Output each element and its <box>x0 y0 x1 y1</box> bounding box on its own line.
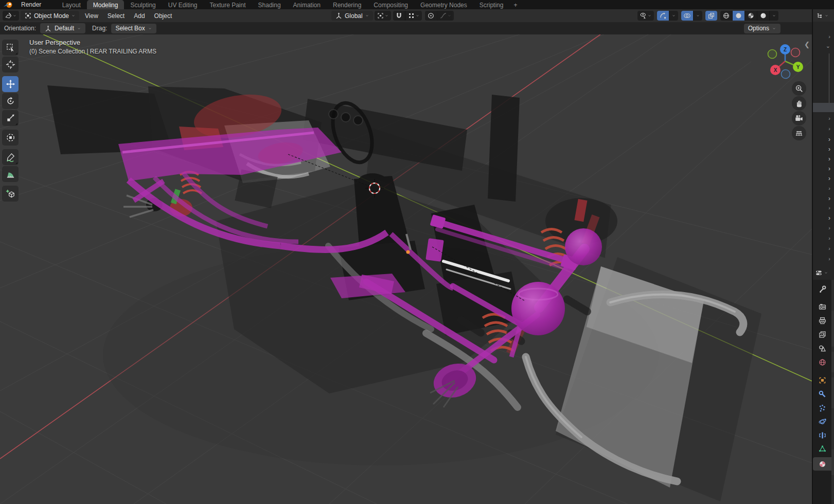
object-origin-dot <box>406 250 410 254</box>
render-icon <box>818 302 827 311</box>
tab-sculpting[interactable]: Sculpting <box>124 0 162 9</box>
tab-geometry-nodes[interactable]: Geometry Nodes <box>414 0 473 9</box>
overlays-dropdown[interactable] <box>693 11 702 21</box>
gizmo-dropdown[interactable] <box>669 11 678 21</box>
shading-solid-button[interactable] <box>732 11 744 21</box>
properties-tab-particles[interactable] <box>813 401 831 415</box>
tab-animation[interactable]: Animation <box>287 0 327 9</box>
topbar: FileEditRenderWindowHelp LayoutModelingS… <box>0 0 834 9</box>
axis-neg-y-ball[interactable] <box>768 50 777 59</box>
outliner-chevron-right[interactable]: › <box>813 194 834 203</box>
navigation-axis-gizmo[interactable]: Z Y X <box>761 38 811 81</box>
mode-dropdown[interactable]: Object Mode <box>21 11 79 21</box>
properties-tab-render[interactable] <box>813 300 831 313</box>
outliner-chevron-right[interactable]: › <box>813 184 834 192</box>
tab-uv-editing[interactable]: UV Editing <box>162 0 204 9</box>
outliner-chevron-right[interactable]: › <box>813 203 834 212</box>
orientation-label: Orientation: <box>4 25 36 32</box>
axis-neg-x-ball[interactable] <box>791 48 800 57</box>
camera-view-button[interactable] <box>792 111 806 125</box>
shading-material-button[interactable] <box>744 11 757 21</box>
tool-measure[interactable] <box>2 166 19 182</box>
tool-add-cube[interactable] <box>2 186 19 202</box>
show-gizmo-toggle[interactable] <box>657 11 669 21</box>
tab-modeling[interactable]: Modeling <box>87 0 125 9</box>
outliner-chevron-down[interactable]: ⌄ <box>813 42 834 50</box>
properties-tab-object-data[interactable] <box>813 442 831 455</box>
outliner-selected-row[interactable] <box>813 103 834 112</box>
outliner-chevron-right[interactable]: › <box>813 244 834 253</box>
editor-type-button[interactable] <box>3 11 19 21</box>
viewport-menu-view[interactable]: View <box>80 12 103 20</box>
properties-tab-modifiers[interactable] <box>813 387 831 401</box>
viewport-menu-select[interactable]: Select <box>103 12 129 20</box>
drag-dropdown[interactable]: Select Box <box>111 24 156 33</box>
xray-toggle[interactable] <box>705 11 717 21</box>
properties-tab-scene[interactable] <box>813 341 831 355</box>
axis-z-ball[interactable]: Z <box>780 44 790 55</box>
transform-orientation-dropdown[interactable]: Global <box>331 11 373 21</box>
outliner-chevron-right[interactable]: › <box>813 174 834 183</box>
tab-layout[interactable]: Layout <box>56 0 87 9</box>
tab-shading[interactable]: Shading <box>252 0 287 9</box>
properties-tab-material[interactable] <box>813 457 831 471</box>
outliner-chevron-right[interactable]: › <box>813 254 834 263</box>
properties-editor-type-button[interactable] <box>813 265 834 280</box>
viewport-scene[interactable] <box>0 34 812 504</box>
outliner-chevron-right[interactable]: › <box>813 213 834 222</box>
tab-texture-paint[interactable]: Texture Paint <box>204 0 252 9</box>
viewport-menu-add[interactable]: Add <box>129 12 149 20</box>
tab-compositing[interactable]: Compositing <box>367 0 414 9</box>
properties-tab-tool[interactable] <box>813 282 831 296</box>
snap-settings-dropdown[interactable] <box>405 11 422 21</box>
visibility-dropdown[interactable] <box>637 11 654 21</box>
proportional-edit-toggle[interactable] <box>425 11 437 21</box>
zoom-button[interactable] <box>792 81 806 96</box>
blender-logo-icon[interactable] <box>3 1 13 8</box>
3d-viewport[interactable]: User Perspective (0) Scene Collection | … <box>0 34 812 504</box>
viewport-menu-object[interactable]: Object <box>150 12 177 20</box>
axis-x-ball[interactable]: X <box>770 65 780 75</box>
properties-tab-view-layer[interactable] <box>813 328 831 341</box>
outliner-chevron-right[interactable]: › <box>813 233 834 242</box>
properties-tab-world[interactable] <box>813 355 831 369</box>
axis-y-ball[interactable]: Y <box>793 62 803 72</box>
outliner-chevron-right[interactable]: › <box>813 154 834 163</box>
orientation-dropdown[interactable]: Default <box>40 23 85 33</box>
tab-rendering[interactable]: Rendering <box>327 0 367 9</box>
tool-select-box[interactable] <box>2 40 19 56</box>
options-dropdown[interactable]: Options <box>744 24 780 33</box>
shading-dropdown[interactable] <box>769 11 778 21</box>
outliner-chevron-right[interactable]: › <box>813 135 834 143</box>
snap-toggle[interactable] <box>393 11 405 21</box>
properties-tab-output[interactable] <box>813 314 831 327</box>
tab-scripting[interactable]: Scripting <box>473 0 510 9</box>
properties-tab-constraints[interactable] <box>813 428 831 442</box>
axis-neg-z-ball[interactable] <box>782 70 790 79</box>
properties-tab-physics[interactable] <box>813 415 831 428</box>
show-overlays-toggle[interactable] <box>681 11 693 21</box>
sidebar-collapse-arrow[interactable]: ❮ <box>804 41 810 48</box>
shading-rendered-button[interactable] <box>757 11 769 21</box>
tool-move[interactable] <box>2 76 19 92</box>
add-workspace-button[interactable]: + <box>509 0 521 9</box>
tool-annotate[interactable] <box>2 149 19 165</box>
outliner-chevron-right[interactable]: › <box>813 164 834 173</box>
pan-hand-button[interactable] <box>792 96 806 111</box>
outliner-chevron-right[interactable]: › <box>813 114 834 122</box>
tool-transform[interactable] <box>2 130 19 146</box>
properties-tab-object[interactable] <box>813 373 831 387</box>
tool-cursor[interactable] <box>2 57 19 73</box>
proportional-falloff-dropdown[interactable] <box>437 11 454 21</box>
outliner-chevron-right[interactable]: › <box>813 124 834 133</box>
tool-rotate[interactable] <box>2 93 19 109</box>
outliner-chevron-right[interactable]: › <box>813 32 834 41</box>
outliner-chevron-right[interactable]: › <box>813 223 834 232</box>
orthographic-toggle-button[interactable] <box>792 126 806 140</box>
shading-wireframe-button[interactable] <box>720 11 732 21</box>
outliner-editor-type-button[interactable] <box>813 9 834 22</box>
outliner-chevron-right[interactable]: › <box>813 145 834 153</box>
tool-scale[interactable] <box>2 110 19 126</box>
menu-render[interactable]: Render <box>16 1 48 9</box>
pivot-point-dropdown[interactable] <box>375 11 391 21</box>
